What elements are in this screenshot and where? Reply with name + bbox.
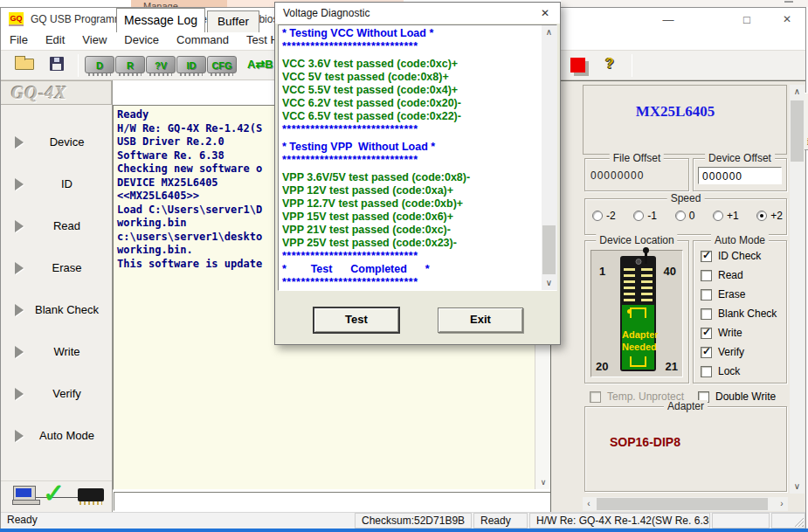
checkbox-icon[interactable]: [590, 391, 601, 403]
device-id-button[interactable]: ID: [176, 56, 206, 73]
checkbox-icon[interactable]: [701, 308, 712, 320]
exit-button[interactable]: Exit: [438, 307, 523, 333]
menu-edit[interactable]: Edit: [37, 31, 73, 50]
menu-view[interactable]: View: [73, 31, 115, 50]
verify-device-button[interactable]: ?V: [146, 56, 176, 73]
tab-message-log[interactable]: Message Log: [116, 8, 205, 32]
checkbox-icon[interactable]: [701, 366, 712, 377]
scroll-down-icon[interactable]: ∨: [535, 475, 551, 489]
minimize-button[interactable]: —: [654, 10, 682, 29]
diagnostic-line: VPP 3.6V/5V test passed (code:0x8)-: [282, 171, 539, 184]
sidebar-item-write[interactable]: Write: [1, 340, 112, 364]
checkbox-icon[interactable]: [701, 289, 712, 301]
radio-icon[interactable]: [675, 211, 686, 221]
diagnostic-line: VPP 12.7V test passed (code:0xb)+: [282, 197, 539, 211]
brand-box: GQ-4X: [1, 80, 112, 105]
scroll-up-icon[interactable]: ∧: [790, 85, 805, 99]
device-offset-group: Device Offset 000000: [693, 158, 787, 191]
radio-icon[interactable]: [756, 211, 767, 221]
diagnostic-line: * Test Completed *: [282, 263, 539, 276]
scroll-down-icon[interactable]: ∨: [790, 480, 805, 494]
menu-device[interactable]: Device: [115, 31, 168, 50]
checkbox-icon[interactable]: ✓: [701, 347, 712, 358]
scrollbar-thumb[interactable]: [791, 100, 804, 162]
stop-button[interactable]: [570, 58, 585, 73]
speed-option-1[interactable]: +1: [713, 210, 739, 222]
pin-number-20: 20: [596, 360, 608, 373]
adapter-needed-label: Needed: [622, 342, 654, 352]
save-file-icon[interactable]: [50, 57, 64, 71]
speed-option-0[interactable]: 0: [675, 210, 695, 222]
auto-mode-write-checkbox[interactable]: ✓Write: [701, 327, 742, 339]
read-device-button[interactable]: R: [115, 56, 145, 73]
open-file-icon[interactable]: [15, 59, 34, 70]
radio-label: -1: [647, 210, 657, 222]
arrow-right-icon: [15, 262, 24, 274]
device-config-button[interactable]: CFG: [207, 56, 237, 73]
speed-option-1[interactable]: -1: [633, 210, 657, 222]
dialog-close-icon[interactable]: ✕: [530, 3, 560, 24]
radio-icon[interactable]: [633, 211, 644, 221]
maximize-button[interactable]: □: [733, 10, 761, 29]
auto-mode-verify-checkbox[interactable]: ✓Verify: [701, 346, 744, 358]
silkscreen-outline-top: [630, 307, 646, 318]
checkbox-label: Lock: [718, 365, 740, 377]
sidebar-item-auto-mode[interactable]: Auto Mode: [1, 424, 112, 448]
auto-mode-lock-checkbox[interactable]: Lock: [701, 365, 740, 377]
scroll-left-icon[interactable]: ‹: [583, 497, 595, 511]
sidebar-item-device[interactable]: Device: [1, 130, 112, 155]
diagnostic-line: VCC 5.5V test passed (code:0x4)+: [282, 84, 539, 97]
menu-file[interactable]: File: [1, 31, 37, 50]
arrow-right-icon: [15, 220, 24, 232]
close-button[interactable]: ✕: [773, 10, 801, 29]
checkbox-label: Read: [718, 269, 743, 281]
scroll-right-icon[interactable]: ›: [776, 497, 788, 511]
dialog-title-bar: Voltage Diagnostic ✕: [275, 3, 560, 24]
sidebar-item-read[interactable]: Read: [1, 214, 112, 238]
radio-icon[interactable]: [592, 211, 603, 221]
diagnostic-line: VPP 21V test passed (code:0xc)-: [282, 224, 539, 237]
panel-horizontal-scrollbar[interactable]: ‹ ›: [583, 497, 788, 511]
command-input[interactable]: [114, 492, 577, 511]
speed-option-2[interactable]: -2: [592, 210, 616, 222]
auto-mode-erase-checkbox[interactable]: Erase: [701, 288, 745, 301]
scrollbar-thumb[interactable]: [597, 498, 768, 510]
sidebar-item-label: Device: [25, 130, 108, 155]
scrollbar-thumb[interactable]: [542, 225, 556, 274]
scroll-up-icon[interactable]: ∧: [542, 25, 556, 39]
scroll-down-icon[interactable]: ∨: [542, 276, 556, 290]
auto-mode-blank-check-checkbox[interactable]: Blank Check: [701, 307, 777, 320]
status-cell-5: [771, 513, 805, 529]
auto-mode-read-checkbox[interactable]: Read: [701, 269, 743, 281]
sidebar-item-erase[interactable]: Erase: [1, 256, 112, 280]
test-button[interactable]: Test: [314, 307, 399, 333]
device-panel: MX25L6405 i File Offset 00000000 Device …: [550, 80, 805, 512]
chip-icon: [78, 488, 104, 501]
checkbox-icon[interactable]: ✓: [701, 328, 712, 339]
double-write-checkbox[interactable]: Double Write: [698, 390, 776, 403]
radio-icon[interactable]: [713, 211, 723, 221]
compare-buffer-button[interactable]: A⇄B: [247, 58, 273, 71]
speed-option-2[interactable]: +2: [756, 210, 783, 222]
voltage-diagnostic-dialog: Voltage Diagnostic ✕ * Testing VCC Witho…: [274, 2, 561, 345]
select-device-button[interactable]: D: [85, 56, 114, 73]
sidebar-item-verify[interactable]: Verify: [1, 382, 112, 406]
socket-screw-top: [635, 259, 641, 265]
sidebar-item-id[interactable]: ID: [1, 172, 112, 197]
device-offset-input[interactable]: 000000: [698, 167, 782, 184]
checkbox-icon[interactable]: ✓: [701, 251, 712, 262]
dialog-scrollbar[interactable]: ∧ ∨: [542, 25, 556, 290]
tab-buffer[interactable]: Buffer: [207, 10, 259, 32]
panel-vertical-scrollbar[interactable]: ∧ ∨: [790, 85, 805, 494]
adapter-pcb: Adapter Needed: [622, 305, 654, 370]
help-button[interactable]: ?: [605, 56, 614, 72]
sidebar-item-label: Write: [25, 340, 108, 364]
sidebar-item-blank-check[interactable]: Blank Check: [1, 298, 112, 322]
auto-mode-id-check-checkbox[interactable]: ✓ID Check: [701, 250, 761, 262]
device-location-label: Device Location: [596, 234, 677, 246]
menu-command[interactable]: Command: [168, 31, 238, 50]
resize-grip[interactable]: [794, 517, 804, 527]
auto-mode-group: Auto Mode ✓ID CheckReadEraseBlank Check✓…: [693, 240, 787, 383]
adapter-group: Adapter SOP16-DIP8: [584, 406, 787, 492]
checkbox-icon[interactable]: [701, 270, 712, 281]
